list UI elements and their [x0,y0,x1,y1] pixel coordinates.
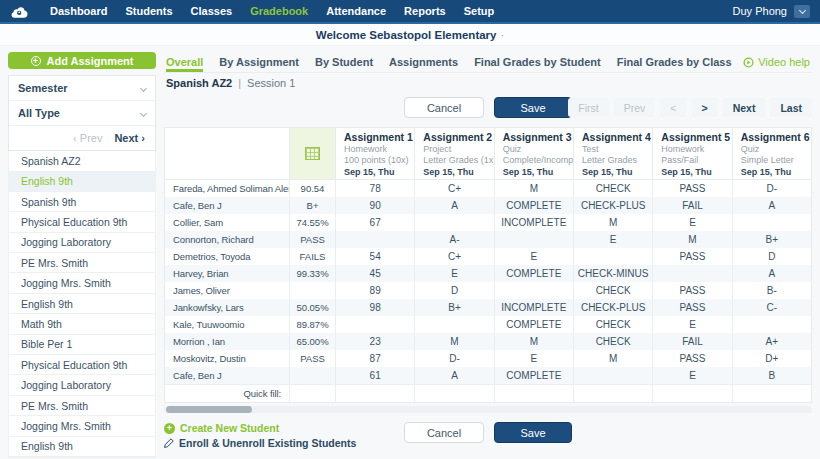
grade-cell[interactable]: D+ [732,350,811,367]
grade-cell[interactable]: M [573,350,652,367]
grade-cell[interactable]: 90 [335,197,414,214]
grade-cell[interactable]: PASS [652,350,731,367]
grade-cell[interactable]: CHECK-PLUS [573,197,652,214]
quick-fill-cell[interactable] [494,385,573,402]
grade-cell[interactable]: INCOMPLETE [494,299,573,316]
sidebar-class-item[interactable]: PE Mrs. Smith [9,396,155,416]
quick-fill-cell[interactable] [414,385,493,402]
quick-fill-cell[interactable] [732,385,811,402]
grade-cell[interactable]: D- [414,350,493,367]
pagination-button[interactable]: > [692,98,718,117]
grade-cell[interactable]: A [732,197,811,214]
save-button-bottom[interactable]: Save [494,422,572,443]
grade-cell[interactable]: COMPLETE [494,197,573,214]
grade-cell[interactable]: E [652,367,731,384]
grade-cell[interactable] [573,367,652,384]
assignment-column-header[interactable]: Assignment 1 Homework 100 points (10x) S… [335,128,414,179]
sidebar-class-item[interactable]: Math 9th [9,314,155,334]
grade-cell[interactable]: C- [732,299,811,316]
pagination-button[interactable]: < [660,98,686,117]
grade-cell[interactable] [732,316,811,333]
grade-cell[interactable]: 23 [335,333,414,350]
grade-cell[interactable]: FAIL [652,197,731,214]
grade-cell[interactable]: CHECK-MINUS [573,265,652,282]
grade-cell[interactable]: CHECK [573,282,652,299]
grade-cell[interactable]: M [494,333,573,350]
grade-cell[interactable]: A [732,265,811,282]
grade-cell[interactable]: M [573,214,652,231]
nav-item[interactable]: Dashboard [50,5,107,17]
grade-cell[interactable] [652,265,731,282]
grade-cell[interactable] [494,282,573,299]
grade-cell[interactable]: B+ [732,231,811,248]
type-dropdown[interactable]: All Type [9,101,155,126]
grade-cell[interactable] [732,214,811,231]
grade-cell[interactable]: FAIL [652,333,731,350]
pagination-button[interactable]: Prev [614,98,656,117]
overall-grade-column-header[interactable] [289,128,335,179]
pagination-button[interactable]: Next [723,98,766,117]
horizontal-scrollbar[interactable] [164,406,812,413]
quick-fill-cell[interactable] [573,385,652,402]
welcome-caret[interactable]: · [500,29,504,41]
grade-cell[interactable]: E [652,214,731,231]
grade-cell[interactable]: M [494,180,573,197]
quick-fill-cell[interactable] [652,385,731,402]
tab[interactable]: Overall [166,56,203,72]
assignment-column-header[interactable]: Assignment 5 Homework Pass/Fail Sep 15, … [652,128,731,179]
grade-cell[interactable]: PASS [652,299,731,316]
nav-item[interactable]: Classes [191,5,233,17]
grade-cell[interactable]: B+ [414,299,493,316]
grade-cell[interactable]: D [414,282,493,299]
grade-cell[interactable] [414,316,493,333]
grade-cell[interactable]: D- [732,180,811,197]
grade-cell[interactable]: E [494,350,573,367]
grade-cell[interactable]: E [573,231,652,248]
cancel-button[interactable]: Cancel [404,97,484,118]
nav-item[interactable]: Setup [464,5,495,17]
grade-cell[interactable]: E [414,265,493,282]
pagination-button[interactable]: First [568,98,608,117]
grade-cell[interactable]: 78 [335,180,414,197]
grade-cell[interactable]: A+ [732,333,811,350]
quick-fill-cell[interactable] [335,385,414,402]
grade-cell[interactable]: CHECK [573,316,652,333]
grade-cell[interactable]: D [732,248,811,265]
nav-item[interactable]: Students [125,5,172,17]
grade-cell[interactable] [494,231,573,248]
sidebar-class-item[interactable]: Jogging Mrs. Smith [9,416,155,436]
sidebar-class-item[interactable]: Physical Education 9th [9,355,155,375]
sidebar-class-item[interactable]: English 9th [9,437,155,457]
tab[interactable]: Final Grades by Class [617,56,732,72]
sidebar-class-item[interactable]: English 9th [9,172,155,192]
tab[interactable]: Final Grades by Student [474,56,601,72]
pagination-button[interactable]: Last [770,98,812,117]
grade-cell[interactable]: 98 [335,299,414,316]
tab[interactable]: By Student [315,56,373,72]
grade-cell[interactable]: M [652,231,731,248]
sidebar-class-item[interactable]: Bible Per 1 [9,335,155,355]
grade-cell[interactable]: 67 [335,214,414,231]
grade-cell[interactable]: M [414,333,493,350]
cancel-button-bottom[interactable]: Cancel [404,422,484,443]
grade-cell[interactable]: PASS [652,180,731,197]
grade-cell[interactable]: B- [732,282,811,299]
grade-cell[interactable]: PASS [652,248,731,265]
nav-item[interactable]: Attendance [326,5,386,17]
grade-cell[interactable]: A- [414,231,493,248]
quick-fill-cell[interactable] [289,385,335,402]
grade-cell[interactable]: C+ [414,180,493,197]
grade-cell[interactable]: COMPLETE [494,367,573,384]
grade-cell[interactable]: E [652,316,731,333]
grade-cell[interactable]: C+ [414,248,493,265]
grade-cell[interactable]: 87 [335,350,414,367]
grade-cell[interactable]: A [414,367,493,384]
grade-cell[interactable]: 89 [335,282,414,299]
grade-cell[interactable]: 54 [335,248,414,265]
grade-cell[interactable] [335,316,414,333]
grade-cell[interactable]: B [732,367,811,384]
user-menu-label[interactable]: Duy Phong [733,5,787,17]
sidebar-class-item[interactable]: Jogging Laboratory [9,375,155,395]
sidebar-class-item[interactable]: Jogging Laboratory [9,233,155,253]
tab[interactable]: Assignments [389,56,458,72]
